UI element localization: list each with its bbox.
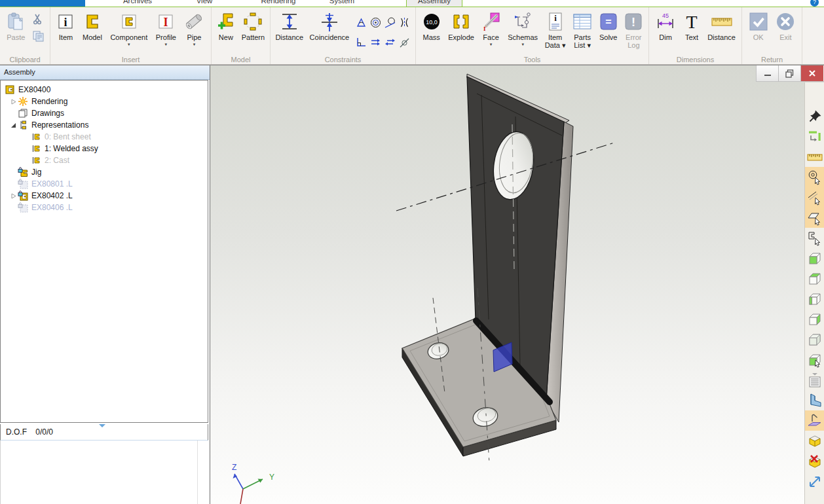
component-button[interactable]: Component▾ bbox=[109, 9, 149, 47]
ghost-icon bbox=[18, 202, 29, 213]
equal-constraint-button[interactable] bbox=[384, 36, 396, 51]
parallel-constraint-button[interactable] bbox=[369, 36, 382, 51]
tree-item-0-bent-sheet[interactable]: 0: Bent sheet bbox=[1, 131, 208, 143]
tangent-constraint-button[interactable] bbox=[384, 16, 396, 31]
dropdown-caret-icon[interactable]: ▾ bbox=[193, 42, 196, 46]
distance-button[interactable]: Distance bbox=[274, 9, 305, 42]
model-button[interactable]: Model bbox=[81, 9, 103, 42]
restore-button[interactable] bbox=[779, 65, 801, 81]
tab-rendering[interactable]: Rendering bbox=[254, 0, 303, 7]
list-menu-tool-button[interactable] bbox=[805, 370, 824, 390]
tree-item-jig[interactable]: Jig bbox=[1, 166, 208, 178]
collapse-caret-icon[interactable] bbox=[99, 424, 105, 427]
tree-item-label: 1: Welded assy bbox=[43, 144, 98, 153]
error-log-icon: ! bbox=[624, 10, 643, 33]
select-tangent-tool-button[interactable] bbox=[805, 187, 824, 207]
tree-item-ex80402-l[interactable]: EX80402 .L bbox=[1, 190, 208, 202]
error-log-button[interactable]: !ErrorLog bbox=[623, 9, 644, 50]
tab-archives[interactable]: Archives bbox=[115, 0, 160, 7]
select-face-tool-button[interactable] bbox=[805, 207, 824, 228]
tab-assembly-active[interactable]: Assembly bbox=[406, 0, 462, 7]
dropdown-caret-icon[interactable]: ▾ bbox=[521, 42, 524, 46]
symmetry-constraint-button[interactable] bbox=[398, 16, 411, 31]
dropdown-caret-icon[interactable]: ▾ bbox=[165, 42, 168, 46]
concentric-constraint-button[interactable] bbox=[369, 16, 382, 31]
file-tab[interactable] bbox=[0, 0, 85, 7]
right-toolbar bbox=[804, 82, 824, 504]
new-button[interactable]: New bbox=[215, 9, 236, 42]
help-icon[interactable]: ? bbox=[810, 0, 819, 7]
dim-button[interactable]: 45Dim bbox=[654, 9, 677, 42]
perpendicular-constraint-button[interactable] bbox=[355, 36, 367, 51]
ruler-small-tool-button[interactable] bbox=[805, 147, 824, 167]
part-blue-tool-button[interactable] bbox=[805, 390, 824, 410]
tree-item-label: Representations bbox=[29, 120, 88, 130]
angle-constraint-button[interactable] bbox=[355, 16, 367, 31]
pipe-button[interactable]: Pipe▾ bbox=[183, 9, 205, 47]
expand-tool-button[interactable] bbox=[805, 471, 824, 492]
profile-icon: I bbox=[157, 10, 174, 33]
sketch-plane-tool-button[interactable] bbox=[805, 410, 824, 431]
parts-list-button[interactable]: PartsList ▾ bbox=[571, 9, 593, 50]
solve-button[interactable]: =Solve bbox=[598, 9, 619, 42]
button-label: Explode bbox=[448, 33, 474, 41]
exit-button[interactable]: Exit bbox=[774, 9, 796, 42]
minimize-button[interactable] bbox=[757, 65, 779, 81]
tree-item-1-welded-assy[interactable]: 1: Welded assy bbox=[1, 143, 208, 154]
dropdown-caret-icon[interactable]: ▾ bbox=[490, 42, 493, 46]
profile-button[interactable]: IProfile▾ bbox=[155, 9, 178, 47]
tree-item-representations[interactable]: Representations bbox=[1, 119, 208, 131]
viewport-3d[interactable]: Z Y bbox=[210, 65, 824, 504]
new-icon bbox=[217, 10, 235, 33]
ribbon-group-constraints: DistanceCoincidenceConstraints bbox=[271, 7, 416, 64]
reps-icon bbox=[18, 120, 29, 130]
box-yellow-tool-button[interactable] bbox=[805, 431, 824, 451]
svg-text:I: I bbox=[164, 16, 168, 29]
select-edge-tool-button[interactable] bbox=[805, 228, 824, 248]
copy-button[interactable] bbox=[32, 30, 45, 45]
cube-right-tool-button[interactable] bbox=[805, 309, 824, 329]
item-data-button[interactable]: iItemData ▾ bbox=[544, 9, 567, 50]
button-label: Data ▾ bbox=[545, 41, 566, 49]
tree-item-2-cast[interactable]: 2: Cast bbox=[1, 154, 208, 166]
tree-item-ex80400[interactable]: EX80400 bbox=[1, 84, 208, 96]
item-button[interactable]: iItem bbox=[56, 9, 75, 42]
expander-expanded-icon[interactable] bbox=[9, 122, 18, 128]
coincidence-button[interactable]: Coincidence bbox=[309, 9, 351, 42]
cube-top-tool-button[interactable] bbox=[805, 268, 824, 289]
pattern-button[interactable]: Pattern bbox=[240, 9, 266, 42]
schemas-button[interactable]: Schemas▾ bbox=[506, 9, 539, 47]
expander-collapsed-icon[interactable] bbox=[9, 99, 18, 105]
orbit-tool-button[interactable] bbox=[805, 126, 824, 147]
pin-tool-button[interactable] bbox=[805, 106, 824, 126]
explode-button[interactable]: Explode bbox=[447, 9, 476, 42]
group-label: Insert bbox=[50, 56, 211, 63]
tree-item-rendering[interactable]: Rendering bbox=[1, 96, 208, 107]
cube-left-tool-button[interactable] bbox=[805, 289, 824, 309]
paste-button[interactable]: Paste bbox=[5, 9, 26, 42]
face-button[interactable]: IFace▾ bbox=[480, 9, 502, 47]
group-label: Tools bbox=[416, 56, 648, 63]
cube-front-tool-button[interactable] bbox=[805, 248, 824, 268]
solve-icon: = bbox=[599, 10, 618, 33]
cube-select-tool-button[interactable] bbox=[805, 350, 824, 370]
tree-item-ex80801-l[interactable]: EX80801 .L bbox=[1, 178, 208, 190]
dof-bar[interactable]: D.O.F 0/0/0 bbox=[0, 424, 208, 441]
panel-divider bbox=[197, 441, 198, 504]
cube-solid-tool-button[interactable] bbox=[805, 329, 824, 350]
distance-button[interactable]: Distance bbox=[706, 9, 737, 42]
select-concentric-tool-button[interactable] bbox=[805, 167, 824, 187]
box-delete-tool-button[interactable] bbox=[805, 451, 824, 471]
close-button[interactable] bbox=[801, 65, 823, 81]
cut-button[interactable] bbox=[32, 13, 45, 27]
tree-item-ex80406-l[interactable]: EX80406 .L bbox=[1, 202, 208, 213]
dropdown-caret-icon[interactable]: ▾ bbox=[128, 42, 130, 46]
mass-button[interactable]: 10,0Mass bbox=[421, 9, 443, 42]
ok-button[interactable]: OK bbox=[747, 9, 770, 42]
expander-collapsed-icon[interactable] bbox=[9, 193, 18, 199]
tab-system[interactable]: System bbox=[322, 0, 362, 7]
text-button[interactable]: TText bbox=[682, 9, 702, 42]
fix-constraint-button[interactable] bbox=[398, 36, 411, 51]
tab-view[interactable]: View bbox=[190, 0, 219, 7]
tree-item-drawings[interactable]: Drawings bbox=[1, 107, 208, 119]
